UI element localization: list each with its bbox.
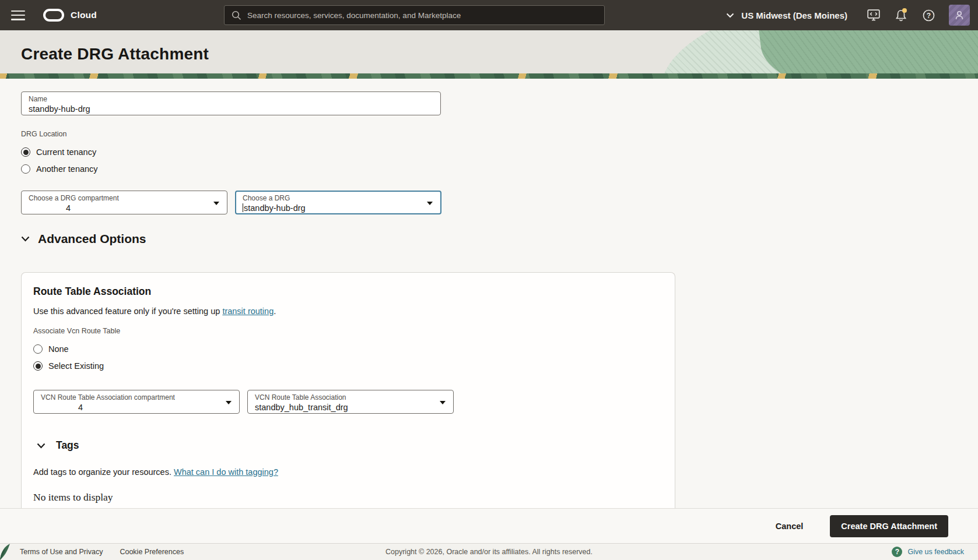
text-cursor [243,203,243,212]
dropdown-caret-icon [226,401,232,404]
radio-icon-selected[interactable] [21,147,30,157]
global-search[interactable] [224,5,605,25]
tags-description: Add tags to organize your resources. Wha… [33,467,663,477]
main-content: Name standby-hub-drg DRG Location Curren… [0,91,978,515]
help-icon[interactable]: ? [921,8,935,22]
dropdown-caret-icon [213,202,219,205]
vcn-route-table-compartment-select[interactable]: VCN Route Table Association compartment … [33,390,240,414]
action-bar: Cancel Create DRG Attachment [0,508,978,543]
cookie-preferences-link[interactable]: Cookie Preferences [120,548,184,556]
region-label: US Midwest (Des Moines) [741,10,847,20]
tagging-help-link[interactable]: What can I do with tagging? [174,467,278,477]
chevron-down-icon[interactable] [37,443,45,449]
search-input[interactable] [247,11,597,20]
oracle-cloud-logo[interactable]: Cloud [43,9,97,22]
name-input-label: Name [29,95,433,104]
create-drg-attachment-button[interactable]: Create DRG Attachment [830,515,948,537]
vcn-rt-value: standby_hub_transit_drg [255,402,436,413]
transit-routing-link[interactable]: transit routing [222,307,274,316]
notification-dot [902,8,907,13]
name-input[interactable]: Name standby-hub-drg [21,91,441,115]
drg-compartment-value: 4 [29,203,209,213]
radio-another-tenancy[interactable]: Another tenancy [21,163,978,175]
feedback-help-icon[interactable]: ? [892,547,902,557]
copyright-text: Copyright © 2026, Oracle and/or its affi… [385,548,593,556]
vcn-rt-compartment-value: 4 [41,402,222,413]
advanced-options-card: Route Table Association Use this advance… [21,272,675,515]
cancel-button[interactable]: Cancel [776,522,804,531]
radio-select-existing[interactable]: Select Existing [33,360,663,372]
radio-icon-unselected[interactable] [21,164,30,174]
terms-link[interactable]: Terms of Use and Privacy [20,548,103,556]
page-title: Create DRG Attachment [21,45,209,64]
radio-current-tenancy[interactable]: Current tenancy [21,146,978,158]
user-avatar-icon[interactable] [949,5,970,26]
page-header: Create DRG Attachment [0,30,978,73]
advanced-options-toggle[interactable]: Advanced Options [21,232,978,246]
brand-text: Cloud [71,10,97,20]
devtools-console-icon[interactable] [867,8,881,22]
topbar: Cloud US Midwest (Des Moines) ? [0,0,978,30]
tags-toggle[interactable]: Tags [37,439,663,452]
plant-decoration [0,544,12,560]
chevron-down-icon [726,13,734,18]
radio-none[interactable]: None [33,343,663,355]
radio-icon-selected[interactable] [33,361,43,371]
drg-select[interactable]: Choose a DRG standby-hub-drg [235,191,441,214]
drg-compartment-select[interactable]: Choose a DRG compartment 4 [21,191,227,214]
banner-pattern-strip [0,73,978,79]
site-footer: Terms of Use and Privacy Cookie Preferen… [0,543,978,560]
drg-select-value: standby-hub-drg [244,203,306,213]
radio-icon-unselected[interactable] [33,344,43,354]
hamburger-menu-icon[interactable] [11,10,25,20]
give-feedback-link[interactable]: Give us feedback [907,548,964,556]
name-input-value: standby-hub-drg [29,104,433,114]
search-icon [232,10,241,20]
associate-vcn-route-table-label: Associate Vcn Route Table [33,327,663,335]
oracle-logo-icon [43,9,64,22]
header-decoration-sage [757,30,978,73]
route-table-description: Use this advanced feature only if you're… [33,307,663,316]
region-selector[interactable]: US Midwest (Des Moines) [726,10,847,20]
notifications-bell-icon[interactable] [894,8,908,22]
svg-text:?: ? [926,11,930,19]
dropdown-caret-icon [427,202,433,205]
vcn-route-table-select[interactable]: VCN Route Table Association standby_hub_… [247,390,454,414]
drg-location-label: DRG Location [21,130,978,138]
route-table-heading: Route Table Association [33,286,663,298]
dropdown-caret-icon [440,401,446,404]
chevron-down-icon[interactable] [21,236,30,242]
tags-empty-message: No items to display [33,491,663,503]
